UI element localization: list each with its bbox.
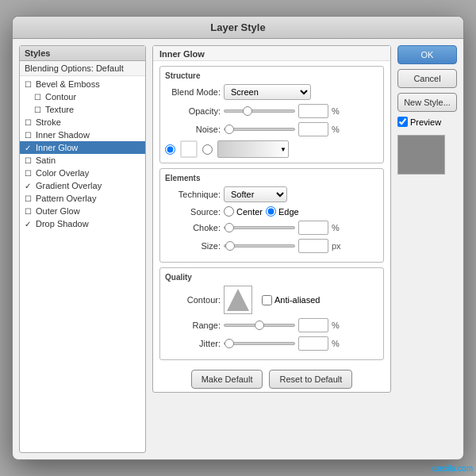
source-center-label: Center: [236, 207, 263, 217]
noise-unit: %: [332, 125, 340, 134]
style-stroke[interactable]: ☐ Stroke: [20, 116, 145, 129]
style-color-overlay[interactable]: ☐ Color Overlay: [20, 167, 145, 179]
elements-subsection: Elements Technique: Softer Precise Sourc…: [159, 168, 384, 263]
source-center-option[interactable]: Center: [224, 206, 263, 217]
anti-aliased-checkbox[interactable]: [262, 295, 272, 305]
noise-slider[interactable]: [224, 128, 295, 131]
style-gradient-overlay[interactable]: ✓ Gradient Overlay: [20, 179, 145, 192]
color-radio[interactable]: [165, 144, 175, 155]
noise-row: Noise: 0 %: [165, 122, 378, 136]
style-check: ☐: [34, 106, 45, 114]
source-edge-label: Edge: [278, 207, 299, 217]
jitter-slider[interactable]: [224, 342, 295, 345]
styles-list: ☐ Bevel & Emboss ☐ Contour ☐ Texture ☐ S…: [20, 76, 145, 452]
style-check: ✓: [25, 144, 36, 152]
preview-swatch: [397, 135, 445, 175]
structure-subsection: Structure Blend Mode: Screen Normal Mult…: [159, 66, 384, 163]
source-edge-radio[interactable]: [266, 206, 276, 217]
choke-unit: %: [332, 223, 340, 232]
gradient-radio[interactable]: [202, 144, 213, 155]
elements-title: Elements: [165, 174, 378, 182]
color-row: ▼: [165, 140, 378, 158]
style-pattern-overlay[interactable]: ☐ Pattern Overlay: [20, 192, 145, 205]
color-swatch[interactable]: [180, 140, 198, 158]
preview-checkbox[interactable]: [397, 117, 408, 127]
style-check: ☐: [25, 194, 36, 203]
style-inner-glow[interactable]: ✓ Inner Glow: [20, 141, 145, 154]
right-panel: OK Cancel New Style... Preview: [397, 45, 457, 453]
range-slider[interactable]: [224, 324, 295, 327]
styles-panel: Styles Blending Options: Default ☐ Bevel…: [19, 45, 146, 453]
choke-slider[interactable]: [224, 226, 295, 229]
gradient-arrow: ▼: [280, 146, 286, 153]
size-slider[interactable]: [224, 244, 295, 248]
anti-aliased-option[interactable]: Anti-aliased: [262, 295, 320, 305]
new-style-button[interactable]: New Style...: [397, 93, 457, 112]
watermark: xuexila.com: [431, 464, 473, 473]
noise-label: Noise:: [165, 125, 221, 134]
structure-title: Structure: [165, 71, 378, 80]
reset-to-default-button[interactable]: Reset to Default: [269, 370, 352, 389]
dialog-title: Layer Style: [13, 17, 463, 39]
source-center-radio[interactable]: [224, 206, 234, 217]
style-check: ☐: [25, 118, 36, 127]
style-inner-shadow[interactable]: ☐ Inner Shadow: [20, 129, 145, 141]
main-panel: Inner Glow Structure Blend Mode: Screen …: [152, 45, 391, 453]
choke-row: Choke: 0 %: [165, 221, 378, 235]
blend-mode-row: Blend Mode: Screen Normal Multiply: [165, 84, 378, 100]
opacity-row: Opacity: 30 %: [165, 104, 378, 118]
style-drop-shadow[interactable]: ✓ Drop Shadow: [20, 217, 145, 230]
preview-option[interactable]: Preview: [397, 117, 457, 127]
cancel-button[interactable]: Cancel: [397, 69, 457, 88]
contour-label: Contour:: [165, 295, 221, 305]
quality-title: Quality: [165, 273, 378, 282]
source-edge-option[interactable]: Edge: [266, 206, 299, 217]
layer-style-dialog: Layer Style Styles Blending Options: Def…: [12, 16, 464, 460]
style-satin[interactable]: ☐ Satin: [20, 154, 145, 167]
styles-panel-title: Styles: [20, 46, 145, 61]
range-label: Range:: [165, 321, 221, 330]
source-label: Source:: [165, 207, 221, 217]
opacity-unit: %: [332, 106, 340, 116]
style-outer-glow[interactable]: ☐ Outer Glow: [20, 205, 145, 217]
style-check: ☐: [34, 93, 45, 102]
range-unit: %: [332, 321, 340, 330]
contour-svg: [227, 289, 249, 311]
contour-row: Contour: Anti-aliased: [165, 286, 378, 314]
blend-mode-select[interactable]: Screen Normal Multiply: [224, 84, 311, 100]
technique-label: Technique:: [165, 190, 221, 199]
preview-label: Preview: [410, 117, 441, 127]
gradient-swatch[interactable]: ▼: [217, 140, 289, 158]
style-check: ☐: [25, 131, 36, 140]
size-label: Size:: [165, 241, 221, 251]
size-row: Size: 2 px: [165, 239, 378, 253]
range-row: Range: 50 %: [165, 318, 378, 332]
size-input[interactable]: 2: [298, 239, 328, 253]
choke-input[interactable]: 0: [298, 221, 328, 235]
jitter-input[interactable]: 0: [298, 336, 328, 351]
source-row: Source: Center Edge: [165, 206, 378, 217]
jitter-label: Jitter:: [165, 339, 221, 348]
blend-mode-label: Blend Mode:: [165, 87, 221, 97]
style-check: ✓: [25, 220, 36, 228]
style-check: ✓: [25, 182, 36, 190]
inner-glow-title: Inner Glow: [153, 46, 390, 61]
style-texture[interactable]: ☐ Texture: [20, 103, 145, 116]
anti-aliased-label: Anti-aliased: [274, 295, 320, 305]
quality-subsection: Quality Contour: Anti-aliased: [159, 267, 384, 360]
style-check: ☐: [25, 207, 36, 216]
style-check: ☐: [25, 156, 36, 165]
blending-options-item[interactable]: Blending Options: Default: [20, 61, 145, 76]
opacity-input[interactable]: 30: [298, 104, 328, 118]
ok-button[interactable]: OK: [397, 45, 457, 64]
style-bevel-emboss[interactable]: ☐ Bevel & Emboss: [20, 78, 145, 90]
noise-input[interactable]: 0: [298, 122, 328, 136]
style-contour[interactable]: ☐ Contour: [20, 90, 145, 103]
range-input[interactable]: 50: [298, 318, 328, 332]
technique-row: Technique: Softer Precise: [165, 186, 378, 202]
make-default-button[interactable]: Make Default: [191, 370, 263, 389]
contour-thumbnail[interactable]: [224, 286, 252, 314]
opacity-slider[interactable]: [224, 109, 295, 113]
inner-glow-section: Inner Glow Structure Blend Mode: Screen …: [152, 45, 391, 393]
technique-select[interactable]: Softer Precise: [224, 186, 287, 202]
